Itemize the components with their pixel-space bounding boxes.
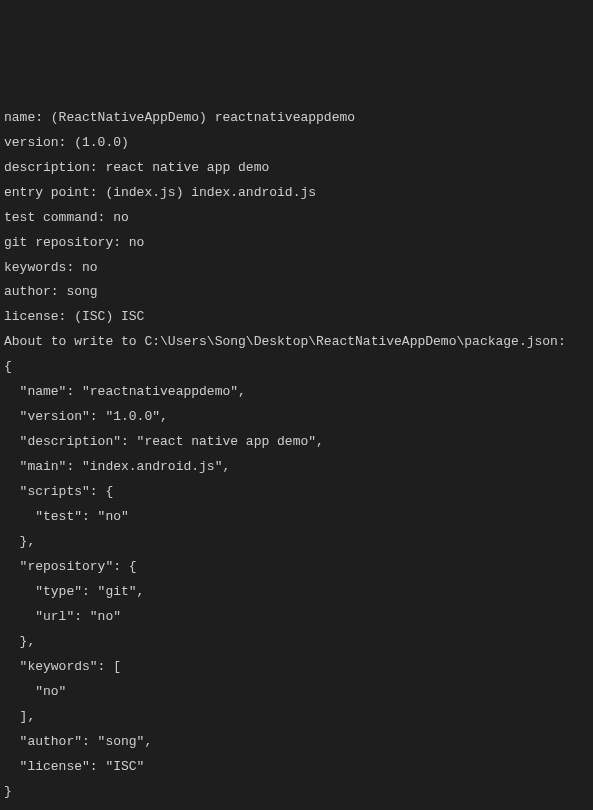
json-keywords-open: "keywords": [ xyxy=(4,655,589,680)
json-repository-open: "repository": { xyxy=(4,555,589,580)
prompt-git-repository: git repository: no xyxy=(4,231,589,256)
prompt-description: description: react native app demo xyxy=(4,156,589,181)
prompt-name: name: (ReactNativeAppDemo) reactnativeap… xyxy=(4,106,589,131)
prompt-entry-point: entry point: (index.js) index.android.js xyxy=(4,181,589,206)
json-close-brace: } xyxy=(4,780,589,805)
json-name: "name": "reactnativeappdemo", xyxy=(4,380,589,405)
json-author: "author": "song", xyxy=(4,730,589,755)
json-version: "version": "1.0.0", xyxy=(4,405,589,430)
json-repository-type: "type": "git", xyxy=(4,580,589,605)
json-scripts-open: "scripts": { xyxy=(4,480,589,505)
json-scripts-test: "test": "no" xyxy=(4,505,589,530)
json-description: "description": "react native app demo", xyxy=(4,430,589,455)
json-repository-close: }, xyxy=(4,630,589,655)
json-open-brace: { xyxy=(4,355,589,380)
prompt-test-command: test command: no xyxy=(4,206,589,231)
prompt-confirm[interactable]: Is this ok? (yes) yes xyxy=(4,805,589,811)
json-keywords-close: ], xyxy=(4,705,589,730)
json-main: "main": "index.android.js", xyxy=(4,455,589,480)
json-repository-url: "url": "no" xyxy=(4,605,589,630)
prompt-keywords: keywords: no xyxy=(4,256,589,281)
json-license: "license": "ISC" xyxy=(4,755,589,780)
prompt-license: license: (ISC) ISC xyxy=(4,305,589,330)
json-keywords-item: "no" xyxy=(4,680,589,705)
prompt-version: version: (1.0.0) xyxy=(4,131,589,156)
json-scripts-close: }, xyxy=(4,530,589,555)
about-to-write: About to write to C:\Users\Song\Desktop\… xyxy=(4,330,589,355)
prompt-author: author: song xyxy=(4,280,589,305)
